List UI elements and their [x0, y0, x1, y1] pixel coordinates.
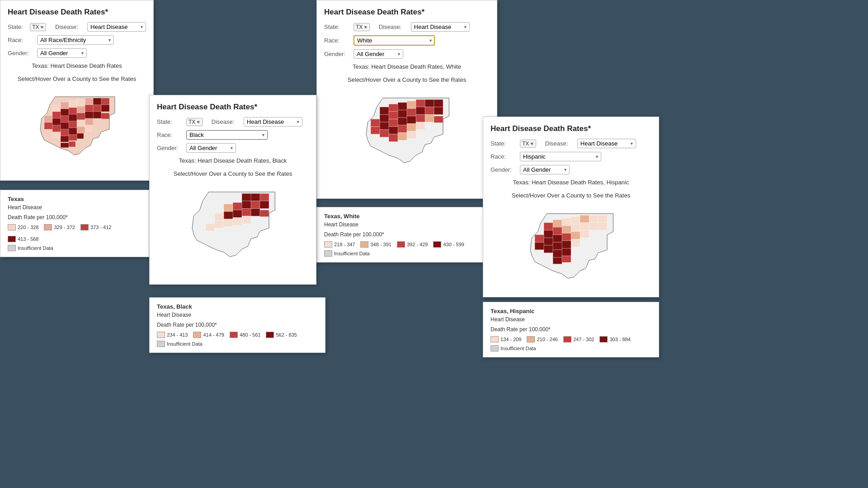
svg-rect-20: [61, 116, 69, 122]
svg-rect-33: [77, 133, 84, 139]
svg-rect-90: [580, 215, 589, 223]
legend-black-box-4: [266, 332, 274, 338]
state-select-wrapper-3[interactable]: TX×: [354, 23, 370, 31]
legend-hispanic-item-4: 303 - 884: [599, 336, 630, 343]
disease-select-wrapper-1[interactable]: Heart Disease: [87, 22, 146, 32]
svg-rect-86: [398, 132, 407, 140]
disease-select-4[interactable]: Heart Disease: [577, 139, 636, 148]
disease-select-wrapper-4[interactable]: Heart Disease: [577, 139, 636, 148]
legend-white-box-4: [433, 241, 441, 248]
race-select-2[interactable]: Black: [186, 130, 268, 140]
svg-rect-46: [251, 208, 260, 216]
svg-rect-93: [553, 220, 562, 227]
svg-rect-84: [380, 129, 389, 137]
svg-rect-91: [571, 216, 580, 224]
svg-rect-71: [371, 119, 380, 127]
legend-box-2: [44, 224, 52, 230]
gender-select-wrapper-2[interactable]: All Gender: [186, 143, 236, 153]
gender-select-wrapper-3[interactable]: All Gender: [354, 49, 403, 59]
legend-insufficient-row: Insufficient Data: [8, 245, 142, 251]
state-select-wrapper-4[interactable]: TX×: [520, 140, 536, 148]
svg-rect-58: [434, 99, 443, 107]
dark-bg-bottom: [0, 361, 868, 488]
svg-rect-74: [416, 114, 425, 122]
svg-rect-47: [260, 210, 269, 216]
svg-rect-43: [242, 201, 251, 208]
legend-hispanic-box-1: [491, 336, 499, 343]
svg-rect-92: [562, 218, 571, 225]
svg-rect-88: [589, 215, 598, 223]
svg-rect-96: [598, 222, 607, 230]
legend-white-label-1: 218 - 347: [334, 242, 355, 247]
gender-select-wrapper-4[interactable]: All Gender: [520, 165, 570, 174]
gender-select-1[interactable]: All Gender: [37, 48, 87, 58]
svg-rect-55: [215, 221, 224, 228]
gender-select-wrapper-1[interactable]: All Gender: [37, 48, 87, 58]
texas-map-all-race: [36, 88, 118, 160]
svg-rect-77: [389, 119, 398, 127]
svg-rect-79: [371, 127, 380, 134]
legend-insufficient-item: Insufficient Data: [8, 245, 53, 251]
disease-select-1[interactable]: Heart Disease: [87, 22, 146, 32]
race-select-wrapper-4[interactable]: Hispanic: [520, 152, 601, 161]
card-white: Heart Disease Death Rates* State: TX× Di…: [316, 0, 497, 199]
gender-select-3[interactable]: All Gender: [354, 49, 403, 59]
map-all-race-container: [8, 88, 146, 160]
disease-group-2: Disease: Heart Disease: [212, 117, 302, 127]
state-row-4: State: TX× Disease: Heart Disease: [491, 139, 651, 148]
legend-white-rate: Death Rate per 100,000*: [324, 231, 476, 238]
gender-label-2: Gender:: [157, 145, 186, 151]
gender-select-4[interactable]: All Gender: [520, 165, 570, 174]
disease-label-2: Disease:: [212, 118, 241, 125]
state-tag-3: TX×: [354, 23, 370, 31]
svg-rect-75: [407, 116, 416, 123]
gender-select-2[interactable]: All Gender: [186, 143, 236, 153]
legend-white-box-1: [324, 241, 332, 248]
svg-rect-57: [425, 99, 434, 107]
legend-hispanic-box-4: [599, 336, 608, 343]
disease-label-1: Disease:: [55, 23, 85, 30]
disease-select-wrapper-3[interactable]: Heart Disease: [411, 22, 470, 32]
state-tag-4: TX×: [520, 140, 536, 148]
card-black-title: Heart Disease Death Rates*: [157, 103, 309, 112]
svg-rect-82: [398, 125, 407, 132]
svg-rect-112: [544, 245, 553, 253]
legend-hispanic-label-1: 134 - 209: [500, 337, 521, 342]
card-hispanic: Heart Disease Death Rates* State: TX× Di…: [483, 117, 659, 297]
svg-rect-5: [61, 102, 69, 109]
legend-all-race-disease: Heart Disease: [8, 204, 142, 211]
disease-select-3[interactable]: Heart Disease: [411, 22, 470, 32]
card-hispanic-subtitle2: Select/Hover Over a County to See the Ra…: [491, 191, 651, 201]
legend-box-3: [80, 224, 89, 230]
state-select-wrapper-2[interactable]: TX×: [186, 118, 203, 126]
race-select-wrapper-1[interactable]: All Race/Ethnicity: [37, 35, 114, 45]
race-select-wrapper-2[interactable]: Black: [186, 130, 268, 140]
disease-label-4: Disease:: [545, 140, 575, 147]
svg-rect-113: [562, 248, 571, 256]
race-select-1[interactable]: All Race/Ethnicity: [37, 35, 114, 45]
race-select-4[interactable]: Hispanic: [520, 152, 601, 161]
svg-rect-108: [535, 242, 544, 250]
svg-rect-89: [598, 215, 607, 223]
card-black-subtitle2: Select/Hover Over a County to See the Ra…: [157, 169, 309, 179]
disease-select-wrapper-2[interactable]: Heart Disease: [244, 117, 302, 127]
svg-rect-21: [52, 118, 61, 125]
legend-black-insufficient-label: Insufficient Data: [167, 341, 203, 347]
disease-select-2[interactable]: Heart Disease: [244, 117, 302, 127]
race-row-3: Race: White: [324, 35, 490, 46]
race-select-3[interactable]: White: [354, 35, 435, 46]
legend-all-race-region: Texas: [8, 196, 142, 202]
card-white-title: Heart Disease Death Rates*: [324, 8, 490, 17]
legend-box-4: [8, 236, 16, 242]
svg-rect-101: [544, 230, 553, 238]
race-select-wrapper-3[interactable]: White: [354, 35, 435, 46]
svg-rect-56: [206, 223, 215, 231]
legend-white-item-2: 348 - 391: [360, 241, 391, 248]
legend-all-race-items: 220 - 328 329 - 372 373 - 412 413 - 568: [8, 224, 142, 242]
svg-rect-64: [425, 107, 434, 114]
legend-white-insufficient-label: Insufficient Data: [334, 251, 370, 256]
legend-black-label-3: 480 - 561: [240, 332, 260, 338]
race-row-4: Race: Hispanic: [491, 152, 651, 161]
state-select-wrapper-1[interactable]: TX×: [30, 23, 46, 31]
svg-rect-110: [562, 240, 571, 248]
